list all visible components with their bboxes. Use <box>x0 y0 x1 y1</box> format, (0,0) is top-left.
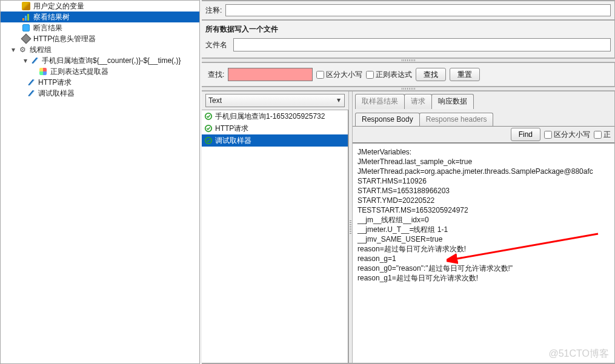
regex-icon <box>38 67 48 76</box>
tree-node-label: 手机归属地查询${__counter(,)}-${__time(,)} <box>41 55 181 66</box>
search-input[interactable] <box>228 68 313 81</box>
results-area: Text 手机归属地查询1-1653205925732HTTP请求调试取样器 取… <box>202 91 615 363</box>
comment-input[interactable] <box>225 4 611 16</box>
gear-icon <box>18 45 27 55</box>
tree-node[interactable]: 察看结果树 <box>1 12 199 22</box>
tree-toggle-icon[interactable]: ▾ <box>22 58 28 64</box>
comment-row: 注释: <box>202 1 615 20</box>
search-label: 查找: <box>208 70 224 80</box>
tab-response-body[interactable]: Response Body <box>355 113 420 126</box>
splitter-vertical[interactable] <box>348 91 353 363</box>
right-tabbar-top: 取样器结果 请求 响应数据 <box>353 91 614 109</box>
filename-label: 文件名 <box>205 40 227 50</box>
svg-rect-1 <box>25 16 27 21</box>
sample-row-label: 调试取样器 <box>215 136 251 146</box>
tree-node-label: HTTP信息头管理器 <box>32 33 96 44</box>
regex-check[interactable]: 正则表达式 <box>366 70 412 80</box>
tree-node-label: 正则表达式提取器 <box>49 66 108 77</box>
tree-toggle-icon[interactable]: ▾ <box>10 47 16 53</box>
splitter-horizontal[interactable] <box>202 58 615 62</box>
pipette-icon <box>26 88 36 98</box>
results-right: 取样器结果 请求 响应数据 Response Body Response hea… <box>353 91 614 363</box>
reset-button[interactable]: 重置 <box>450 68 480 81</box>
find-case-check[interactable]: 区分大小写 <box>544 130 590 140</box>
sample-row-label: 手机归属地查询1-1653205925732 <box>215 111 325 122</box>
success-icon <box>204 124 213 133</box>
right-tabbar-sub: Response Body Response headers <box>353 109 614 127</box>
tree-node[interactable]: HTTP请求 <box>1 77 199 88</box>
comment-label: 注释: <box>205 5 222 16</box>
tree-node-label: 用户定义的变量 <box>32 1 84 12</box>
sample-row[interactable]: 手机归属地查询1-1653205925732 <box>202 110 348 122</box>
search-button[interactable]: 查找 <box>416 68 446 81</box>
filename-input[interactable] <box>233 38 611 51</box>
renderer-value: Text <box>208 96 222 105</box>
tree-node[interactable]: HTTP信息头管理器 <box>1 33 199 44</box>
sample-row[interactable]: HTTP请求 <box>202 122 348 134</box>
find-row: Find 区分大小写 正 <box>353 127 614 143</box>
tree-node-label: 断言结果 <box>32 22 62 33</box>
sample-row-label: HTTP请求 <box>215 124 248 134</box>
tree-node[interactable]: 用户定义的变量 <box>1 1 199 12</box>
search-row: 查找: 区分大小写 正则表达式 查找 重置 <box>202 62 615 87</box>
tree-node-label: 线程组 <box>28 44 52 55</box>
renderer-combobox[interactable]: Text <box>205 94 345 107</box>
nav-tree[interactable]: 用户定义的变量察看结果树断言结果HTTP信息头管理器▾线程组▾手机归属地查询${… <box>0 0 200 364</box>
assert-icon <box>21 23 31 33</box>
results-icon <box>21 12 31 22</box>
file-panel-title: 所有数据写入一个文件 <box>202 23 614 38</box>
success-icon <box>204 136 213 145</box>
tree-node[interactable]: ▾手机归属地查询${__counter(,)}-${__time(,)} <box>1 55 199 66</box>
splitter-horizontal-2[interactable] <box>202 87 615 91</box>
tab-response-headers[interactable]: Response headers <box>419 113 494 126</box>
response-body-pane[interactable]: JMeterVariables: JMeterThread.last_sampl… <box>353 143 614 363</box>
sample-list[interactable]: 手机归属地查询1-1653205925732HTTP请求调试取样器 <box>202 110 348 363</box>
results-left: Text 手机归属地查询1-1653205925732HTTP请求调试取样器 <box>202 91 348 363</box>
find-regex-check[interactable]: 正 <box>594 130 611 140</box>
success-icon <box>204 112 213 121</box>
tree-node[interactable]: 正则表达式提取器 <box>1 66 199 77</box>
response-body-text: JMeterVariables: JMeterThread.last_sampl… <box>353 144 614 286</box>
file-panel: 所有数据写入一个文件 文件名 <box>202 20 615 58</box>
svg-rect-2 <box>27 14 29 21</box>
tab-sampler-result[interactable]: 取样器结果 <box>355 94 405 109</box>
tree-node-label: 察看结果树 <box>32 12 70 22</box>
sample-row[interactable]: 调试取样器 <box>202 134 348 147</box>
svg-rect-0 <box>22 18 24 21</box>
case-sensitive-check[interactable]: 区分大小写 <box>316 70 362 80</box>
tree-node-label: HTTP请求 <box>37 77 71 88</box>
tree-node[interactable]: 调试取样器 <box>1 88 199 99</box>
tree-node[interactable]: ▾线程组 <box>1 44 199 55</box>
tree-node[interactable]: 断言结果 <box>1 22 199 33</box>
find-button[interactable]: Find <box>511 128 540 141</box>
header-icon <box>21 34 31 44</box>
tree-node-label: 调试取样器 <box>37 88 75 99</box>
vars-icon <box>21 1 31 11</box>
pipette-icon <box>26 78 36 87</box>
tab-response-data[interactable]: 响应数据 <box>431 94 474 109</box>
pipette-icon <box>30 56 39 65</box>
tab-request[interactable]: 请求 <box>404 94 432 109</box>
